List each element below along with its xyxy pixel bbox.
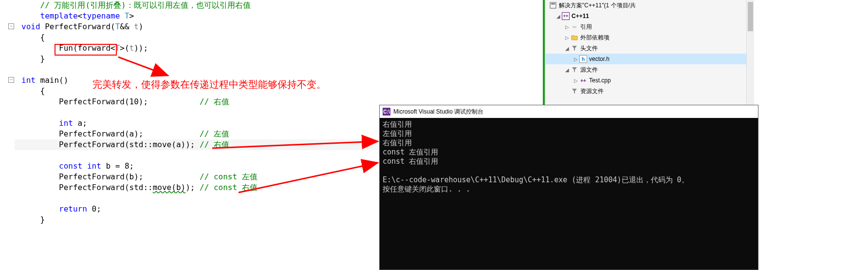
folder-icon <box>571 34 578 41</box>
console-titlebar[interactable]: C:\ Microsoft Visual Studio 调试控制台 <box>380 105 758 118</box>
solution-item-label: 引用 <box>580 23 592 31</box>
tree-expand-glyph[interactable]: ▷ <box>564 35 571 40</box>
solution-item[interactable]: 资源文件 <box>545 86 754 96</box>
code-line[interactable]: void PerfectForward(T&& t) <box>21 21 543 32</box>
solution-item-label: 源文件 <box>580 66 598 74</box>
solution-item-label: 外部依赖项 <box>580 34 609 42</box>
solution-item[interactable]: ◢++C++11 <box>545 11 754 21</box>
tree-expand-glyph[interactable]: ◢ <box>564 67 571 73</box>
filter-icon <box>571 66 578 74</box>
project-icon: ++ <box>562 12 570 20</box>
filter-icon <box>571 44 578 52</box>
code-line[interactable] <box>21 64 543 75</box>
cpp-file-icon: ++ <box>579 77 587 84</box>
annotation-text: 完美转发，使得参数在传递过程中类型能够保持不变。 <box>92 78 326 91</box>
solution-item-label: Test.cpp <box>589 77 611 84</box>
solution-icon <box>549 1 557 9</box>
header-file-icon: h <box>579 55 587 63</box>
fold-toggle[interactable]: − <box>8 23 14 29</box>
svg-rect-5 <box>551 3 555 4</box>
filter-icon <box>571 87 578 95</box>
code-line[interactable]: template<typename T> <box>21 11 543 21</box>
debug-console-window[interactable]: C:\ Microsoft Visual Studio 调试控制台 右值引用 左… <box>379 105 758 270</box>
code-line[interactable]: } <box>21 54 543 64</box>
tree-expand-glyph[interactable]: ◢ <box>555 14 562 19</box>
solution-item[interactable]: ◢头文件 <box>545 43 754 54</box>
solution-item[interactable]: ▷外部依赖项 <box>545 32 754 43</box>
solution-item-label: C++11 <box>572 13 589 19</box>
tree-expand-glyph[interactable]: ▷ <box>564 24 571 30</box>
scroll-thumb[interactable] <box>748 2 753 31</box>
code-line[interactable]: Fun(forward<T>(t)); <box>21 43 543 54</box>
fold-toggle[interactable]: − <box>8 77 14 83</box>
tree-expand-glyph[interactable]: ▷ <box>573 78 579 83</box>
console-title: Microsoft Visual Studio 调试控制台 <box>393 108 483 116</box>
solution-item[interactable]: ▷hvector.h <box>545 54 754 64</box>
console-output[interactable]: 右值引用 左值引用 右值引用 const 左值引用 const 右值引用 E:\… <box>380 118 758 270</box>
tree-expand-glyph[interactable]: ◢ <box>564 46 571 51</box>
solution-header-row[interactable]: 解决方案"C++11"(1 个项目/共 <box>545 0 754 11</box>
solution-item-label: vector.h <box>589 56 609 62</box>
code-line[interactable]: { <box>21 32 543 43</box>
solution-item-label: 资源文件 <box>580 87 604 96</box>
solution-item[interactable]: ◢源文件 <box>545 64 754 75</box>
solution-header-label: 解决方案"C++11"(1 个项目/共 <box>559 1 636 10</box>
references-icon: ▫▫ <box>571 23 578 31</box>
solution-item-label: 头文件 <box>580 44 598 53</box>
svg-rect-4 <box>550 2 556 8</box>
console-icon: C:\ <box>383 108 390 116</box>
solution-item[interactable]: ▷▫▫引用 <box>545 21 754 32</box>
tree-expand-glyph[interactable]: ▷ <box>573 57 579 62</box>
editor-gutter: −− <box>0 0 15 270</box>
solution-item[interactable]: ▷++Test.cpp <box>545 75 754 86</box>
code-line[interactable]: // 万能引用(引用折叠)：既可以引用左值，也可以引用右值 <box>21 0 543 11</box>
